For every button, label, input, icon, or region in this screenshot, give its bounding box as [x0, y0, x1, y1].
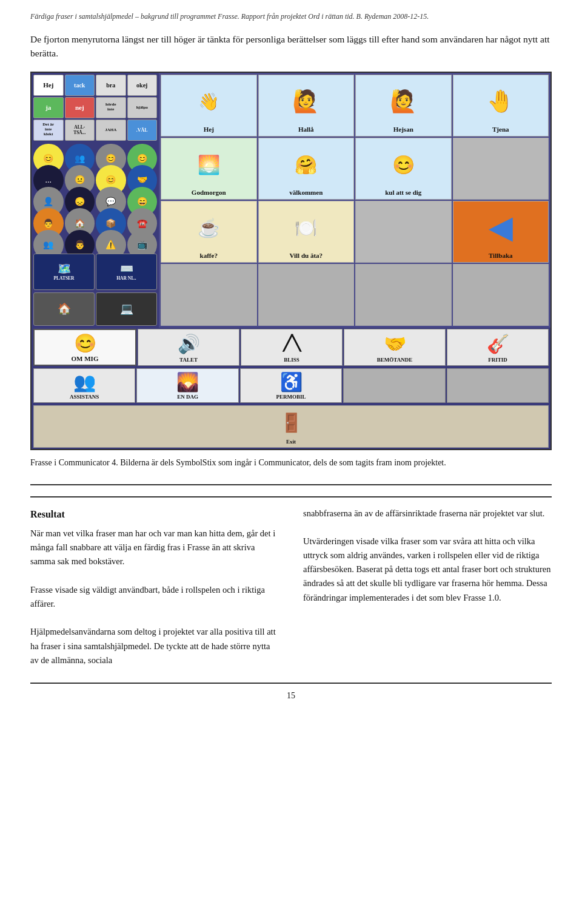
cat-empty1 [343, 368, 445, 403]
cat-permobil[interactable]: ♿ PERMOBIL [240, 368, 342, 403]
cat-exit[interactable]: 🚪 Exit [33, 405, 549, 448]
cat-bliss[interactable]: ╱╲ BLISS [241, 329, 343, 366]
cat-fritid[interactable]: 🎸 FRITID [447, 329, 549, 366]
greeting-kaffe[interactable]: ☕ kaffe? [161, 201, 257, 263]
greeting-kul[interactable]: 😊 kul att se dig [355, 138, 452, 200]
greeting-ata[interactable]: 🍽️ Vill du äta? [258, 201, 355, 263]
nav-extra1[interactable]: 🏠 [33, 292, 95, 326]
results-right-text2: Utvärderingen visade vilka fraser som va… [303, 535, 552, 605]
row4-1 [161, 264, 257, 326]
greeting-halla[interactable]: 🙋 Hallå [258, 75, 355, 137]
header-text: Färdiga fraser i samtalshjälpmedel – bak… [30, 12, 552, 21]
results-left-text: När man vet vilka fraser man har och var… [30, 527, 279, 569]
greeting-empty1 [453, 138, 549, 200]
greeting-godmorgon[interactable]: 🌅 Godmorgon [161, 138, 257, 200]
nav-har-ni[interactable]: ⌨️ HAR NI... [96, 254, 157, 290]
nav-extra2[interactable]: 💻 [96, 292, 157, 326]
left-cell-val[interactable]: .VÄL [127, 120, 158, 141]
left-cell-det[interactable]: Det ärinteklokt [33, 120, 64, 141]
cat-talet[interactable]: 🔊 TALET [138, 329, 239, 366]
left-cell-allts[interactable]: ALL-TSÄ... [65, 120, 95, 141]
row4-4 [453, 264, 549, 326]
left-cell-hjalpa[interactable]: hjälpa [127, 97, 158, 118]
left-cell-bra[interactable]: bra [96, 75, 126, 96]
results-heading: Resultat [30, 507, 279, 522]
greeting-tjena[interactable]: 🤚 Tjena [453, 75, 549, 137]
results-right-text1: snabbfraserna än av de affärsinriktade f… [303, 507, 552, 521]
cat-om-mig[interactable]: 😊 OM MIG [33, 329, 136, 366]
left-cell-jaha[interactable]: JAHA [96, 120, 126, 141]
cat-empty2 [447, 368, 549, 403]
left-cell-ja[interactable]: ja [33, 97, 64, 118]
page-number: 15 [287, 691, 295, 700]
intro-paragraph: De fjorton menyrutorna längst ner till h… [30, 32, 552, 61]
communicator-image: Hej tack bra okej ja nej hördeinte hjälp… [30, 72, 552, 450]
cat-assistans[interactable]: 👥 ASSISTANS [33, 368, 135, 403]
results-left-text2: Frasse visade sig väldigt användbart, bå… [30, 583, 279, 611]
greeting-valkommen[interactable]: 🤗 välkommen [258, 138, 355, 200]
left-cell-tack[interactable]: tack [65, 75, 95, 96]
left-cell-nej[interactable]: nej [65, 97, 95, 118]
greeting-hej[interactable]: 👋 Hej [161, 75, 257, 137]
row4-2 [258, 264, 355, 326]
results-left: Resultat När man vet vilka fraser man ha… [30, 507, 279, 667]
left-cell-horde[interactable]: hördeinte [96, 97, 126, 118]
greeting-tillbaka[interactable]: ◀ Tillbaka [453, 201, 549, 263]
caption-text: Frasse i Communicator 4. Bilderna är del… [30, 456, 552, 469]
greeting-empty2 [355, 201, 452, 263]
nav-platser[interactable]: 🗺️ PLATSER [33, 254, 95, 290]
left-cell-hej[interactable]: Hej [33, 75, 64, 96]
row4-3 [355, 264, 452, 326]
greeting-hejsan[interactable]: 🙋 Hejsan [355, 75, 452, 137]
page-number-area: 15 [30, 683, 552, 701]
cat-bemotande[interactable]: 🤝 BEMÖTANDE [344, 329, 446, 366]
cat-en-dag[interactable]: 🌄 EN DAG [136, 368, 238, 403]
results-right: snabbfraserna än av de affärsinriktade f… [303, 507, 552, 667]
left-cell-okej[interactable]: okej [127, 75, 158, 96]
results-left-text3: Hjälpmedelsanvändarna som deltog i proje… [30, 625, 279, 667]
